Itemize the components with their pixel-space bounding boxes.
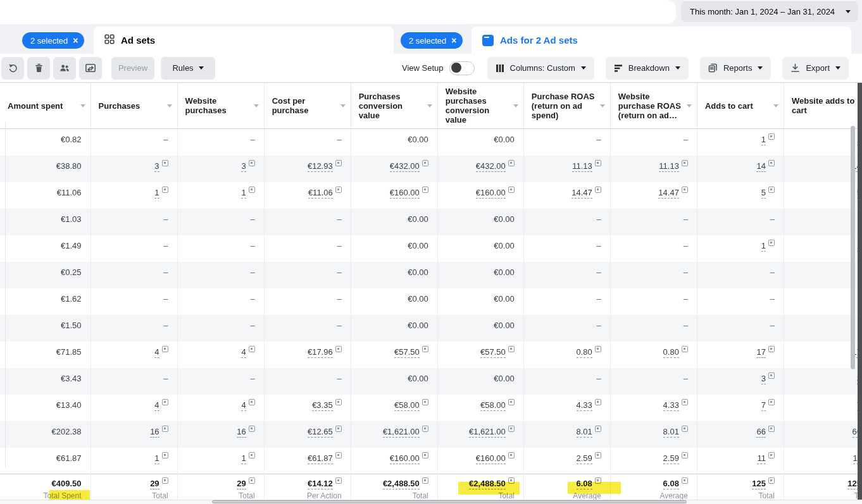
metric-value[interactable]: 8.01 xyxy=(577,427,592,438)
metric-value[interactable]: 11 xyxy=(757,453,766,464)
metric-value[interactable]: €14.12 xyxy=(308,479,333,489)
metric-value[interactable]: 1 xyxy=(761,135,766,145)
metric-value[interactable]: 14.47 xyxy=(572,188,592,199)
metric-value[interactable]: 3 xyxy=(154,161,159,172)
ab-test-button[interactable] xyxy=(79,57,102,80)
table-row[interactable]: €71.8544€17.96€57.50€57.500.800.801717 xyxy=(0,341,862,368)
column-header[interactable]: Website purchases xyxy=(177,83,264,129)
metric-value[interactable]: €1,621.00 xyxy=(383,427,420,438)
metric-value[interactable]: 1 xyxy=(241,188,246,199)
close-icon[interactable]: × xyxy=(451,36,456,45)
column-header[interactable]: Amount spent xyxy=(0,83,91,129)
column-header[interactable]: Purchases xyxy=(91,83,177,129)
metric-value[interactable]: €2,488.50 xyxy=(469,479,506,489)
metric-value[interactable]: 2.59 xyxy=(577,453,592,464)
column-header[interactable]: Purchases conversion value xyxy=(351,83,437,129)
metric-value[interactable]: 4.33 xyxy=(577,400,592,411)
metric-value[interactable]: 29 xyxy=(150,479,159,489)
metric-value[interactable]: €432.00 xyxy=(476,161,506,172)
metric-value[interactable]: 0.80 xyxy=(663,347,679,358)
metric-value[interactable]: €3.35 xyxy=(312,400,333,411)
sort-caret-icon[interactable] xyxy=(427,104,432,108)
sort-caret-icon[interactable] xyxy=(600,104,605,108)
table-row[interactable]: €3.43–––€0.00€0.00––33 xyxy=(0,368,862,395)
metric-value[interactable]: 16 xyxy=(150,427,159,438)
metrics-table-container[interactable]: Amount spentPurchasesWebsite purchasesCo… xyxy=(0,83,862,500)
campaigns-selected-chip[interactable]: 2 selected × xyxy=(22,32,84,49)
metric-value[interactable]: €160.00 xyxy=(390,188,420,199)
metric-value[interactable]: 14.47 xyxy=(658,188,679,199)
adsets-selected-chip[interactable]: 2 selected × xyxy=(401,32,463,49)
metric-value[interactable]: €12.93 xyxy=(308,161,333,172)
reports-button[interactable]: Reports xyxy=(700,57,771,80)
tab-ad-sets[interactable]: Ad sets xyxy=(94,27,394,54)
breakdown-button[interactable]: Breakdown xyxy=(606,57,689,80)
metric-value[interactable]: 1 xyxy=(154,188,159,199)
table-row[interactable]: €0.82–––€0.00€0.00––11 xyxy=(0,129,862,156)
metric-value[interactable]: €58.00 xyxy=(480,400,506,411)
metric-value[interactable]: €1,621.00 xyxy=(469,427,506,438)
metric-value[interactable]: 125 xyxy=(752,479,766,489)
column-header[interactable]: Purchase ROAS (return on ad spend) xyxy=(523,83,610,129)
metric-value[interactable]: 8.01 xyxy=(663,427,679,438)
export-button[interactable]: Export xyxy=(782,57,849,80)
view-setup-toggle[interactable] xyxy=(449,61,475,75)
rules-button[interactable]: Rules xyxy=(161,57,215,80)
sort-caret-icon[interactable] xyxy=(167,104,172,108)
metric-value[interactable]: 29 xyxy=(237,479,246,489)
metric-value[interactable]: 1 xyxy=(761,241,766,252)
column-header[interactable]: Website purchases conversion value xyxy=(437,83,523,129)
sort-caret-icon[interactable] xyxy=(773,104,778,108)
sort-caret-icon[interactable] xyxy=(80,104,85,108)
sort-caret-icon[interactable] xyxy=(340,104,346,108)
metric-value[interactable]: 2.59 xyxy=(663,453,679,464)
metric-value[interactable]: €432.00 xyxy=(390,161,420,172)
horizontal-scrollbar[interactable] xyxy=(212,500,687,503)
delete-button[interactable] xyxy=(27,57,50,80)
metric-value[interactable]: €11.06 xyxy=(308,188,333,199)
table-row[interactable]: €1.50–––€0.00€0.00–––– xyxy=(0,315,862,341)
date-range-selector[interactable]: This month: Jan 1, 2024 – Jan 31, 2024 xyxy=(681,1,858,22)
table-row[interactable]: €1.49–––€0.00€0.00––11 xyxy=(0,235,862,262)
table-row[interactable]: €1.03–––€0.00€0.00–––– xyxy=(0,209,862,235)
table-row[interactable]: €13.4044€3.35€58.00€58.004.334.3377 xyxy=(0,395,862,421)
metric-value[interactable]: 4 xyxy=(241,347,246,358)
metric-value[interactable]: 3 xyxy=(761,374,766,384)
table-row[interactable]: €38.8033€12.93€432.00€432.0011.1311.1314… xyxy=(0,156,862,182)
column-header[interactable]: Website adds to cart xyxy=(784,83,862,129)
metric-value[interactable]: €61.87 xyxy=(308,453,333,464)
audience-button[interactable] xyxy=(53,57,76,80)
metric-value[interactable]: 5 xyxy=(761,188,766,199)
metric-value[interactable]: 1 xyxy=(154,453,159,464)
metric-value[interactable]: 4 xyxy=(154,347,159,358)
preview-button[interactable]: Preview xyxy=(111,57,154,80)
column-header[interactable]: Website purchase ROAS (return on ad… xyxy=(610,83,697,129)
table-row[interactable]: €61.8711€61.87€160.00€160.002.592.591111 xyxy=(0,448,862,474)
sort-caret-icon[interactable] xyxy=(513,104,518,108)
metric-value[interactable]: 14 xyxy=(756,161,765,172)
metric-value[interactable]: 3 xyxy=(241,161,246,172)
metric-value[interactable]: 6.08 xyxy=(577,479,592,489)
metric-value[interactable]: 11.13 xyxy=(572,161,592,172)
metric-value[interactable]: €160.00 xyxy=(476,453,506,464)
metric-value[interactable]: €2,488.50 xyxy=(383,479,420,489)
metric-value[interactable]: 16 xyxy=(237,427,246,438)
metric-value[interactable]: 17 xyxy=(756,347,765,358)
metric-value[interactable]: 4.33 xyxy=(663,400,679,411)
metric-value[interactable]: 11.13 xyxy=(659,161,679,172)
undo-button[interactable] xyxy=(1,57,24,80)
vertical-scrollbar[interactable] xyxy=(851,126,855,369)
metric-value[interactable]: €57.50 xyxy=(480,347,506,358)
sort-caret-icon[interactable] xyxy=(687,104,692,108)
table-row[interactable]: €1.62–––€0.00€0.00–––– xyxy=(0,288,862,315)
metric-value[interactable]: 4 xyxy=(241,400,246,411)
metric-value[interactable]: 66 xyxy=(756,427,765,438)
sort-caret-icon[interactable] xyxy=(254,104,259,108)
metric-value[interactable]: €160.00 xyxy=(476,188,506,199)
metric-value[interactable]: 4 xyxy=(154,400,159,411)
metric-value[interactable]: €12.65 xyxy=(308,427,333,438)
metric-value[interactable]: 7 xyxy=(761,400,766,411)
column-header[interactable]: Cost per purchase xyxy=(264,83,351,129)
table-row[interactable]: €202.381616€12.65€1,621.00€1,621.008.018… xyxy=(0,421,862,448)
metric-value[interactable]: €17.96 xyxy=(308,347,333,358)
